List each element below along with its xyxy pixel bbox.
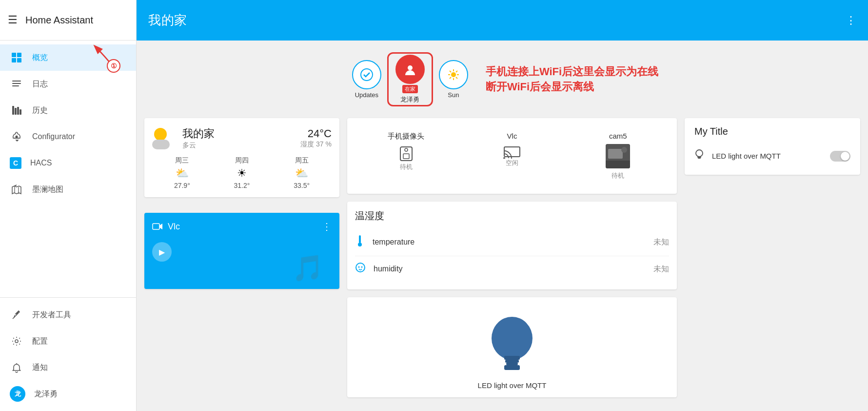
temp-card-title: 温湿度 (355, 209, 669, 223)
app-title: Home Assistant (25, 15, 93, 26)
content-area: Updates 在家 龙泽勇 (137, 41, 868, 411)
svg-point-33 (621, 147, 627, 153)
sidebar-item-overview[interactable]: 概览 (0, 44, 136, 71)
sidebar-item-log[interactable]: 日志 (0, 71, 136, 97)
svg-rect-25 (153, 224, 159, 229)
device-cam5[interactable]: cam5 待机 (567, 126, 669, 186)
badge-sun[interactable]: Sun (439, 60, 468, 99)
vlc-play-button[interactable]: ▶ (152, 242, 172, 262)
svg-rect-2 (12, 58, 16, 62)
badge-updates[interactable]: Updates (352, 60, 381, 99)
page-title: 我的家 (148, 12, 187, 29)
svg-rect-0 (12, 53, 16, 57)
annotation-line1: 手机连接上WiFi后这里会显示为在线 (486, 64, 658, 80)
settings-icon (10, 334, 23, 348)
badges-annotation-row: Updates 在家 龙泽勇 (144, 48, 860, 110)
forecast-day-wed: 周三 ⛅ 27.9° (174, 156, 190, 189)
phone-camera-label: 手机摄像头 (388, 132, 424, 141)
sidebar-item-notifications[interactable]: 通知 (0, 354, 136, 381)
temperature-sensor-name: temperature (373, 238, 653, 247)
svg-rect-10 (20, 109, 21, 115)
middle-column: 手机摄像头 待机 Vlc 空闲 cam5 (347, 118, 677, 397)
svg-point-30 (503, 157, 505, 159)
svg-rect-41 (504, 356, 520, 360)
cam5-thumbnail (606, 144, 630, 168)
user-avatar-icon: 龙 (10, 386, 25, 402)
sidebar-nav: 概览 日志 历史 Configurator C HACS (0, 41, 136, 297)
toggle-knob (841, 152, 849, 161)
main-area: 我的家 ⋮ Updates (137, 0, 868, 411)
svg-point-15 (408, 65, 413, 70)
weather-humidity: 湿度 37 % (300, 140, 332, 149)
sidebar-item-configurator-label: Configurator (32, 132, 75, 141)
sidebar-header: ☰ Home Assistant (0, 0, 136, 41)
badge-updates-label: Updates (355, 91, 378, 99)
badge-person[interactable]: 在家 龙泽勇 (395, 55, 425, 104)
weather-forecast: 周三 ⛅ 27.9° 周四 ☀ 31.2° 周五 ⛅ 33.5° (152, 156, 332, 189)
svg-point-40 (492, 317, 533, 360)
humidity-row: humidity 未知 (355, 256, 669, 282)
weather-temperature: 24°C (300, 127, 332, 140)
forecast-fri-label: 周五 (295, 156, 309, 165)
svg-rect-46 (697, 157, 701, 158)
sidebar-item-configurator[interactable]: Configurator (0, 123, 136, 150)
svg-rect-8 (15, 108, 17, 115)
annotation-line2: 断开WiFi后会显示离线 (486, 80, 658, 95)
weather-description: 多云 (182, 141, 215, 150)
vlc-more-icon[interactable]: ⋮ (322, 221, 332, 232)
weather-info: 我的家 多云 (152, 126, 215, 150)
vlc-controls-area: ▶ 🎵 (152, 242, 332, 281)
led-title-card: My Title LED light over MQTT (685, 118, 860, 175)
sidebar-item-user-label: 龙泽勇 (34, 389, 58, 399)
history-icon (10, 103, 23, 117)
person-sublabel: 在家 (402, 85, 418, 93)
vlc-title: Vlc (168, 222, 180, 232)
forecast-wed-temp: 27.9° (174, 182, 190, 189)
sidebar-item-devtools[interactable]: 开发者工具 (0, 302, 136, 328)
sidebar-item-log-label: 日志 (32, 79, 48, 89)
vlc-music-note-icon: 🎵 (292, 253, 324, 283)
devices-grid: 手机摄像头 待机 Vlc 空闲 cam5 (355, 126, 669, 186)
main-cards-row: 我的家 多云 24°C 湿度 37 % 周三 ⛅ (144, 118, 860, 397)
sidebar-item-history-label: 历史 (32, 105, 48, 116)
temperature-sensor-value: 未知 (653, 237, 669, 247)
svg-point-37 (356, 263, 365, 272)
sidebar-item-hacs-label: HACS (30, 159, 52, 167)
forecast-wed-label: 周三 (175, 156, 189, 165)
sidebar-item-hacs[interactable]: C HACS (0, 150, 136, 176)
thermometer-icon (355, 234, 365, 250)
temperature-row: temperature 未知 (355, 228, 669, 256)
badge-person-label: 龙泽勇 (400, 95, 419, 104)
svg-point-16 (451, 72, 456, 77)
vlc-card: Vlc ⋮ ▶ 🎵 (144, 213, 339, 289)
svg-rect-43 (506, 363, 518, 365)
led-toggle[interactable] (830, 151, 850, 162)
svg-rect-3 (17, 58, 21, 62)
weather-card: 我的家 多云 24°C 湿度 37 % 周三 ⛅ (144, 118, 339, 197)
forecast-thu-temp: 31.2° (234, 182, 250, 189)
humidity-icon (355, 262, 366, 276)
svg-point-27 (405, 148, 408, 151)
sidebar-item-map[interactable]: 墨澜地图 (0, 176, 136, 203)
led-graphic-card: LED light over MQTT (347, 297, 677, 397)
device-vlc[interactable]: Vlc 空闲 (461, 126, 563, 186)
hamburger-icon[interactable]: ☰ (8, 14, 18, 26)
led-bulb-icon (694, 149, 704, 163)
svg-point-14 (361, 69, 373, 81)
devtools-icon (10, 308, 23, 322)
sidebar-item-user[interactable]: 龙 龙泽勇 (0, 381, 136, 407)
hacs-icon: C (10, 157, 21, 169)
humidity-sensor-value: 未知 (653, 264, 669, 274)
svg-line-24 (450, 77, 451, 79)
device-phone-camera[interactable]: 手机摄像头 待机 (355, 126, 457, 186)
more-vert-icon[interactable]: ⋮ (846, 14, 856, 27)
weather-header: 我的家 多云 24°C 湿度 37 % (152, 126, 332, 150)
sidebar: ☰ Home Assistant 概览 日志 历史 Configurator (0, 0, 137, 411)
weather-icon (152, 126, 177, 150)
badge-sun-label: Sun (448, 91, 459, 99)
led-graphic-label: LED light over MQTT (478, 381, 547, 390)
forecast-fri-icon: ⛅ (295, 167, 308, 180)
sidebar-item-history[interactable]: 历史 (0, 97, 136, 123)
sidebar-item-settings[interactable]: 配置 (0, 328, 136, 354)
forecast-thu-icon: ☀ (237, 167, 247, 180)
